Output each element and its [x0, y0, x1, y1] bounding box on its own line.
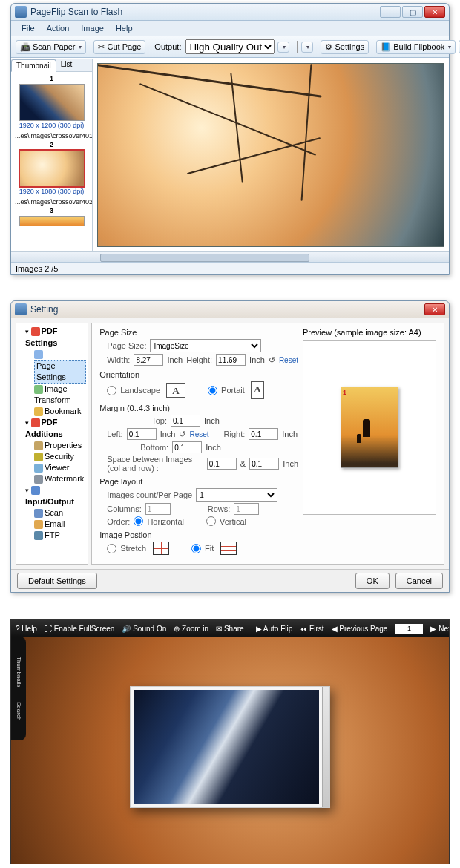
label-right: Right:: [224, 430, 246, 438]
fit-icon: [220, 542, 237, 555]
titlebar[interactable]: PageFlip Scan to Flash — ▢ ✕: [11, 4, 449, 21]
portrait-icon: A: [251, 381, 264, 399]
search-tab[interactable]: Search: [16, 702, 22, 720]
label-vertical: Vertical: [220, 517, 246, 526]
minimize-button[interactable]: —: [380, 6, 401, 18]
margin-right-input[interactable]: [249, 428, 278, 440]
settings-button[interactable]: ⚙ Settings: [321, 40, 369, 54]
next-button[interactable]: ▶ Next Page: [430, 625, 450, 633]
radio-horizontal[interactable]: [134, 516, 143, 526]
radio-vertical[interactable]: [206, 516, 216, 526]
label-width: Width:: [107, 355, 130, 364]
thumb-size-2: 1920 x 1080 (300 dpi): [15, 188, 88, 195]
default-settings-button[interactable]: Default Settings: [17, 573, 97, 589]
settings-close-button[interactable]: ✕: [424, 303, 445, 315]
thumbnail-2[interactable]: [19, 150, 85, 187]
close-button[interactable]: ✕: [424, 6, 445, 18]
maximize-button[interactable]: ▢: [402, 6, 423, 18]
tree-properties[interactable]: Properties: [45, 441, 82, 450]
reset-size-link[interactable]: Reset: [279, 356, 298, 364]
page-input[interactable]: [395, 624, 423, 634]
tree-page-settings[interactable]: Page Settings: [34, 360, 86, 384]
rows-input[interactable]: [234, 503, 259, 515]
prev-button[interactable]: ◀ Previous Page: [332, 625, 388, 633]
label-perpage: Images count/Per Page: [107, 490, 192, 499]
radio-fit[interactable]: [191, 544, 201, 553]
horizontal-scrollbar[interactable]: [11, 251, 449, 262]
heading-position: Image Postion: [99, 530, 298, 539]
width-input[interactable]: [134, 354, 163, 366]
thumb-path-2: ...es\images\crossover402.jpg: [15, 198, 88, 206]
help-button[interactable]: ? Help: [16, 625, 37, 633]
output-dropdown-button[interactable]: [277, 42, 289, 53]
margin-bottom-input[interactable]: [172, 441, 202, 453]
label-top: Top:: [151, 416, 167, 425]
columns-input[interactable]: [145, 503, 171, 515]
margin-top-input[interactable]: [171, 415, 200, 427]
share-button[interactable]: ✉ Share: [216, 625, 243, 633]
space-row-input[interactable]: [249, 458, 279, 470]
autoflip-button[interactable]: ▶ Auto Flip: [256, 625, 293, 633]
cut-page-button[interactable]: ✂ Cut Page: [93, 40, 145, 54]
tree-scan[interactable]: Scan: [45, 508, 63, 517]
label-order: Order:: [107, 517, 130, 526]
preview-image[interactable]: [97, 63, 444, 247]
page-edge[interactable]: [322, 687, 329, 807]
radio-portrait[interactable]: [208, 386, 217, 395]
reset-margin-link[interactable]: Reset: [189, 430, 208, 438]
radio-stretch[interactable]: [107, 544, 116, 553]
flipbook-page[interactable]: [130, 686, 330, 808]
heading-margin: Margin (0..4.3 inch): [99, 404, 298, 412]
flipbook-viewer: ? Help ⛶ Enable FullScreen 🔊 Sound On ⊕ …: [10, 619, 450, 864]
label-fit: Fit: [205, 544, 214, 553]
space-col-input[interactable]: [207, 458, 237, 470]
heading-layout: Page layout: [99, 477, 298, 486]
scan-paper-button[interactable]: 📠 Scan Paper: [16, 40, 86, 54]
thumbnail-1[interactable]: [19, 84, 85, 121]
thumb-num-3: 3: [15, 207, 88, 214]
tab-list[interactable]: List: [56, 59, 77, 71]
tree-bookmark[interactable]: Bookmark: [45, 407, 82, 415]
cut-icon: ✂: [98, 42, 105, 52]
preview-thumbnail: 1: [341, 387, 398, 468]
fullscreen-button[interactable]: ⛶ Enable FullScreen: [45, 625, 115, 633]
preview-pane: [93, 59, 449, 251]
tree-watermark[interactable]: Watermark: [45, 474, 84, 483]
settings-app-icon: [15, 303, 27, 315]
label-bottom: Bottom:: [140, 443, 168, 452]
page-size-select[interactable]: ImageSize: [150, 339, 261, 352]
settings-tree[interactable]: PDF Settings Page Settings Image Transfo…: [16, 323, 88, 565]
perpage-select[interactable]: 1: [196, 488, 277, 502]
tree-pdf-settings[interactable]: PDF Settings: [25, 326, 58, 347]
first-button[interactable]: ⏮ First: [300, 625, 323, 633]
thumbnails-tab[interactable]: Thumbnails: [16, 657, 22, 687]
tree-viewer[interactable]: Viewer: [45, 463, 69, 472]
margin-left-input[interactable]: [127, 428, 157, 440]
menu-help[interactable]: Help: [111, 23, 137, 33]
output-select[interactable]: High Quality Output: [185, 39, 275, 54]
tab-thumbnail[interactable]: Thumbnail: [11, 59, 56, 72]
cancel-button[interactable]: Cancel: [395, 573, 443, 589]
sound-button[interactable]: 🔊 Sound On: [122, 625, 166, 633]
zoom-button[interactable]: ⊕ Zoom in: [174, 625, 208, 633]
preview-column: Preview (sample image size: A4) 1: [303, 328, 436, 559]
height-input[interactable]: [216, 354, 246, 366]
color-dropdown-button[interactable]: [301, 42, 313, 53]
tree-ftp[interactable]: FTP: [45, 530, 60, 539]
thumbnail-3[interactable]: [19, 216, 85, 226]
tree-security[interactable]: Security: [45, 452, 74, 461]
menu-action[interactable]: Action: [42, 23, 74, 33]
unit-left: Inch: [160, 430, 176, 438]
build-flipbook-button[interactable]: 📘 Build Flipbook: [376, 40, 456, 54]
settings-titlebar[interactable]: Setting ✕: [11, 301, 449, 318]
menu-image[interactable]: Image: [76, 23, 108, 33]
label-page-size: Page Size:: [107, 341, 146, 350]
menu-file[interactable]: File: [17, 23, 39, 33]
preview-box: 1: [303, 340, 436, 515]
radio-landscape[interactable]: [107, 386, 116, 395]
color-swatch[interactable]: [297, 41, 298, 53]
tree-email[interactable]: Email: [45, 519, 65, 528]
ok-button[interactable]: OK: [355, 573, 390, 589]
tree-input-output[interactable]: Input/Output: [25, 497, 74, 506]
settings-label: Settings: [335, 42, 364, 51]
